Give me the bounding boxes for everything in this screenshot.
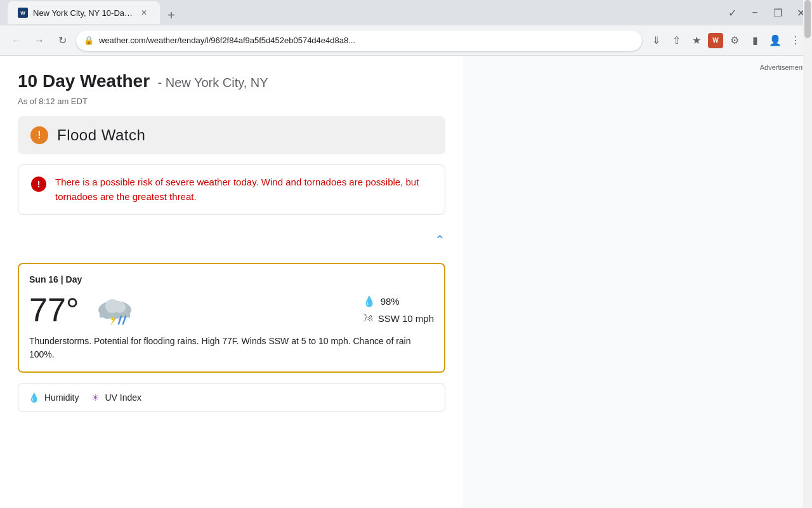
- browser-frame: W New York City, NY 10-Day Weath... ✕ + …: [0, 0, 812, 508]
- svg-point-5: [114, 302, 126, 313]
- url-text: weather.com/weather/tenday/l/96f2f84af9a…: [99, 36, 634, 45]
- weather-stats: 💧 98% 🌬 SSW 10 mph: [363, 295, 434, 324]
- bookmark-button[interactable]: ★: [688, 32, 705, 50]
- content-area: 10 Day Weather - New York City, NY As of…: [0, 56, 812, 508]
- address-bar-actions: ⇓ ⇧ ★ W ⚙ ▮ 👤 ⋮: [647, 32, 804, 50]
- weather-day: Sun 16: [29, 274, 58, 284]
- weather-period-separator: |: [61, 274, 66, 284]
- forward-button[interactable]: →: [30, 32, 48, 50]
- minimize-button[interactable]: −: [749, 7, 761, 18]
- ad-sidebar: Advertisement: [463, 56, 812, 508]
- maximize-button[interactable]: ❐: [771, 7, 784, 19]
- humidity-label: Humidity: [44, 392, 79, 403]
- alert-box: ! There is a possible risk of severe wea…: [18, 164, 445, 215]
- profile-button[interactable]: 👤: [766, 32, 784, 50]
- address-bar-row: ← → ↻ 🔒 weather.com/weather/tenday/l/96f…: [0, 25, 812, 56]
- back-button[interactable]: ←: [8, 32, 25, 50]
- extensions-button[interactable]: ⚙: [726, 32, 743, 50]
- title-bar: W New York City, NY 10-Day Weath... ✕ + …: [0, 0, 812, 25]
- new-tab-button[interactable]: +: [162, 6, 180, 24]
- flood-warning-icon: !: [30, 126, 48, 144]
- thunderstorm-icon: [89, 292, 140, 327]
- humidity-icon: 💧: [29, 392, 39, 403]
- page-location: - New York City, NY: [157, 76, 268, 90]
- weather-icon-area: [89, 292, 140, 327]
- weather-card: Sun 16 | Day 77°: [18, 263, 445, 373]
- scrollbar-track[interactable]: [803, 56, 812, 508]
- collapse-row: ⌃: [18, 227, 445, 253]
- tab-title: New York City, NY 10-Day Weath...: [33, 8, 133, 18]
- uv-icon: ☀: [91, 392, 100, 403]
- rain-stat-row: 💧 98%: [363, 295, 434, 307]
- collapse-button[interactable]: ⌃: [435, 232, 445, 248]
- wind-speed: SSW 10 mph: [378, 313, 434, 324]
- tab-close-button[interactable]: ✕: [138, 7, 150, 18]
- weather-period: Day: [66, 274, 82, 284]
- page-main-title: 10 Day Weather: [18, 71, 150, 91]
- timestamp: As of 8:12 am EDT: [18, 97, 445, 106]
- weather-description: Thunderstorms. Potential for flooding ra…: [29, 335, 434, 361]
- uv-label: UV Index: [105, 392, 141, 403]
- split-screen-button[interactable]: ▮: [746, 32, 764, 50]
- flood-watch-banner[interactable]: ! Flood Watch: [18, 116, 445, 154]
- active-tab[interactable]: W New York City, NY 10-Day Weath... ✕: [8, 1, 160, 24]
- refresh-button[interactable]: ↻: [53, 32, 71, 50]
- flood-watch-label: Flood Watch: [57, 126, 145, 144]
- alert-icon: !: [31, 177, 46, 192]
- lock-icon: 🔒: [84, 36, 94, 45]
- humidity-item: 💧 Humidity: [29, 392, 79, 403]
- advertisement-label: Advertisement: [760, 64, 804, 71]
- tab-favicon: W: [18, 8, 28, 18]
- download-button[interactable]: ⇓: [647, 32, 665, 50]
- window-controls: ✓ − ❐ ✕: [726, 7, 807, 19]
- temperature-display: 77°: [29, 293, 79, 326]
- alert-text: There is a possible risk of severe weath…: [55, 175, 432, 204]
- details-row: 💧 Humidity ☀ UV Index: [18, 383, 445, 412]
- check-icon: ✓: [726, 7, 738, 19]
- weather-card-header: Sun 16 | Day: [29, 274, 434, 284]
- share-button[interactable]: ⇧: [667, 32, 685, 50]
- uv-item: ☀ UV Index: [91, 392, 141, 403]
- weather-card-main: 77°: [29, 292, 434, 327]
- rain-chance: 98%: [381, 296, 400, 307]
- extension-icon[interactable]: W: [708, 33, 723, 48]
- page-title-section: 10 Day Weather - New York City, NY: [18, 71, 445, 91]
- wind-stat-row: 🌬 SSW 10 mph: [363, 312, 434, 324]
- tab-bar: W New York City, NY 10-Day Weath... ✕ +: [5, 1, 721, 24]
- menu-button[interactable]: ⋮: [787, 32, 804, 50]
- wind-icon: 🌬: [363, 312, 373, 324]
- page-content: 10 Day Weather - New York City, NY As of…: [0, 56, 463, 508]
- address-bar[interactable]: 🔒 weather.com/weather/tenday/l/96f2f84af…: [76, 30, 642, 51]
- rain-drop-icon: 💧: [363, 295, 376, 307]
